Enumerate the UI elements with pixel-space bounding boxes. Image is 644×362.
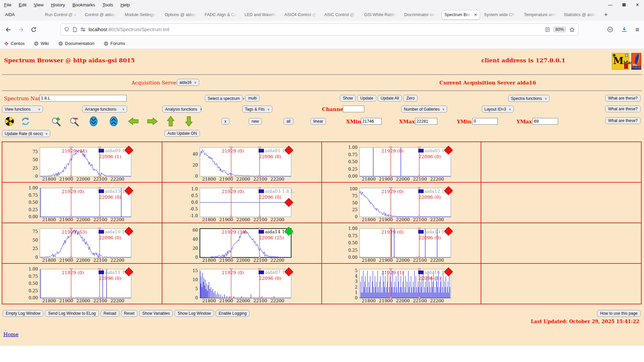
toolbar-button-x[interactable]: x — [221, 118, 229, 125]
tab-led-and-wavefo[interactable]: LED and Wavefo — [242, 10, 280, 19]
arrow-up-icon[interactable] — [167, 116, 175, 128]
show-button[interactable]: Show — [340, 95, 356, 102]
view-functions-dropdown[interactable]: View functions∨ — [2, 106, 43, 113]
reader-mode-icon[interactable] — [545, 27, 550, 32]
spectrum-cell-r1c2[interactable]: 02040218002190022000221002220021929 (0)a… — [162, 142, 322, 182]
tab-control-aidas[interactable]: Control @ aidas — [83, 10, 121, 19]
spectrum-cell-r2c2[interactable]: 1.00.50.0-0.5-1.021800219002200022100222… — [162, 182, 322, 223]
spectrum-chart-aida13[interactable]: 0.000.250.500.751.0021800219002200022100… — [322, 223, 480, 263]
toolbar-button-linear[interactable]: linear — [310, 118, 326, 125]
back-button[interactable] — [3, 24, 13, 35]
tab-gsi-white-rabbi[interactable]: GSI White Rabbi — [362, 10, 400, 19]
bookmark-star-icon[interactable] — [569, 27, 575, 33]
arrow-down-icon[interactable] — [185, 116, 193, 128]
menu-file[interactable]: File — [4, 2, 11, 7]
spectrum-chart-aida14[interactable]: 0204060218002190022000221002220021929 (3… — [162, 223, 321, 263]
menu-history[interactable]: History — [51, 2, 65, 7]
zoom-level-badge[interactable]: 80% — [553, 26, 566, 33]
spectrum-cell-r3c2[interactable]: 0204060218002190022000221002220021929 (3… — [162, 223, 322, 263]
channel-input[interactable] — [343, 106, 364, 112]
spectrum-chart-aida05[interactable]: 0.000.250.500.751.0021800219002200022100… — [322, 142, 480, 182]
spectrum-cell-r3c3[interactable]: 0.000.250.500.751.0021800219002200022100… — [322, 223, 481, 263]
spectrum-name-input[interactable] — [40, 95, 127, 102]
xmin-input[interactable] — [361, 118, 382, 125]
spectrum-cell-r3c1[interactable]: 0255075218002190022000221002220021929 (6… — [2, 223, 162, 263]
spectra-functions-dropdown[interactable]: Spectra functions∨ — [508, 95, 549, 102]
select-spectrum-dropdown[interactable]: Select a spectrum∨ — [205, 95, 243, 102]
tab-discriminator-co[interactable]: Discriminator co — [402, 10, 440, 19]
minimize-button[interactable]: — — [608, 2, 612, 7]
menu-edit[interactable]: Edit — [19, 2, 26, 7]
spectrum-cell-r1c1[interactable]: 0255075218002190022000221002220021929 (4… — [2, 142, 162, 182]
double-arrow-up-icon[interactable] — [109, 116, 118, 128]
footer-button-show-variables[interactable]: Show Variables — [139, 310, 173, 317]
spectrum-cell-r4c2[interactable]: 051015218002190022000221002220021929 (0)… — [162, 263, 322, 304]
shield-icon[interactable] — [64, 27, 69, 32]
ymin-input[interactable] — [472, 118, 498, 125]
download-icon[interactable] — [621, 26, 627, 33]
tab-temperature-and[interactable]: Temperature and — [522, 10, 560, 19]
spectrum-chart-aida12[interactable]: 0255075100218002190022000221002220021929… — [322, 183, 480, 222]
reload-button[interactable] — [28, 24, 39, 35]
tab-statistics-aida[interactable]: Statistics @ aida — [561, 10, 600, 19]
what-are-these-button-3[interactable]: What are these? — [605, 117, 641, 124]
maximize-button[interactable] — [623, 3, 626, 6]
spectrum-chart-aida01[interactable]: 02040218002190022000221002220021929 (0)a… — [162, 142, 321, 182]
how-to-use-button[interactable]: How to use this page — [597, 310, 641, 317]
analysis-functions-dropdown[interactable]: Analysis functions∨ — [162, 106, 201, 113]
tab-options-aidas[interactable]: Options @ aidas — [162, 10, 201, 19]
auto-update-button[interactable]: Auto Update ON — [164, 130, 200, 137]
what-are-these-button-1[interactable]: What are these? — [605, 95, 641, 102]
zero-button[interactable]: Zero — [403, 95, 418, 102]
double-arrow-down-icon[interactable] — [89, 116, 98, 128]
forward-button[interactable] — [15, 24, 26, 35]
tab-close-icon[interactable]: ✕ — [474, 12, 477, 17]
multi-button[interactable]: multi — [245, 95, 260, 102]
tab-asic-control-[interactable]: ASIC Control @ — [322, 10, 360, 19]
update-all-button[interactable]: Update All — [378, 95, 402, 102]
refresh-icon[interactable] — [21, 117, 30, 127]
footer-button-empty-log-window[interactable]: Empty Log Window — [3, 310, 43, 317]
arrow-right-icon[interactable] — [147, 117, 158, 127]
spectrum-chart-aida16[interactable]: 012345218002190022000221002220021929 (1)… — [322, 264, 480, 303]
bookmark-centos[interactable]: Centos — [4, 41, 24, 46]
tags-fits-dropdown[interactable]: Tags & Fits∨ — [242, 106, 272, 113]
hamburger-menu-icon[interactable]: ≡ — [635, 26, 639, 33]
update-rate-dropdown[interactable]: Update Rate (8 secs)∨ — [2, 130, 50, 137]
spectrum-cell-r1c3[interactable]: 0.000.250.500.751.0021800219002200022100… — [322, 142, 481, 182]
spectrum-chart-aida09[interactable]: 0255075218002190022000221002220021929 (4… — [2, 142, 161, 182]
spectrum-chart-aida03[interactable]: 1.00.50.0-0.5-1.021800219002200022100222… — [162, 183, 321, 222]
layout-dropdown[interactable]: Layout ID=3∨ — [482, 106, 514, 113]
footer-button-send-log-window-to-elog[interactable]: Send Log Window to ELog — [45, 310, 99, 317]
xmax-input[interactable] — [415, 118, 437, 125]
tab-run-control-a[interactable]: Run Control @ a — [43, 10, 81, 19]
menu-view[interactable]: View — [34, 2, 44, 7]
footer-button-reload[interactable]: Reload — [101, 310, 119, 317]
tab-asic4-control-[interactable]: ASIC4 Control @ — [282, 10, 320, 19]
galleries-dropdown[interactable]: Number of Galleries∨ — [401, 106, 447, 113]
close-button[interactable]: ✕ — [636, 2, 639, 7]
home-link[interactable]: Home — [3, 331, 18, 338]
arrow-left-icon[interactable] — [128, 117, 139, 127]
tab-aida[interactable]: AIDA — [3, 10, 41, 19]
tab-system-wide-ch[interactable]: System wide Ch — [482, 10, 520, 19]
footer-button-enable-logging[interactable]: Enable Logging — [216, 310, 250, 317]
footer-button-reset[interactable]: Reset — [121, 310, 138, 317]
bookmark-documentation[interactable]: Documentation — [58, 41, 94, 46]
new-tab-button[interactable]: + — [604, 11, 608, 18]
tab-spectrum-bro[interactable]: Spectrum Bro✕ — [442, 10, 480, 19]
toolbar-button-new[interactable]: new — [249, 118, 262, 125]
tab-fadc-align-co[interactable]: FADC Align & Co — [202, 10, 240, 19]
menu-help[interactable]: Help — [120, 2, 130, 7]
url-bar[interactable]: localhost:8015/Spectrum/Spectrum.tml 80% — [60, 23, 579, 36]
spectrum-chart-aida07[interactable]: 051015218002190022000221002220021929 (0)… — [162, 264, 321, 303]
arrange-functions-dropdown[interactable]: Arrange functions∨ — [82, 106, 127, 113]
pocket-icon[interactable] — [607, 26, 613, 33]
spectrum-cell-r4c3[interactable]: 012345218002190022000221002220021929 (1)… — [322, 263, 481, 304]
zoom-out-icon[interactable] — [69, 117, 79, 128]
zero-spectrum-icon[interactable] — [4, 116, 14, 128]
spectrum-cell-r4c1[interactable]: 0.000.250.500.751.0021800219002200022100… — [2, 263, 162, 304]
permissions-sliders-icon[interactable] — [80, 27, 86, 32]
what-are-these-button-2[interactable]: What are these? — [605, 106, 641, 112]
ymax-input[interactable] — [533, 118, 558, 125]
